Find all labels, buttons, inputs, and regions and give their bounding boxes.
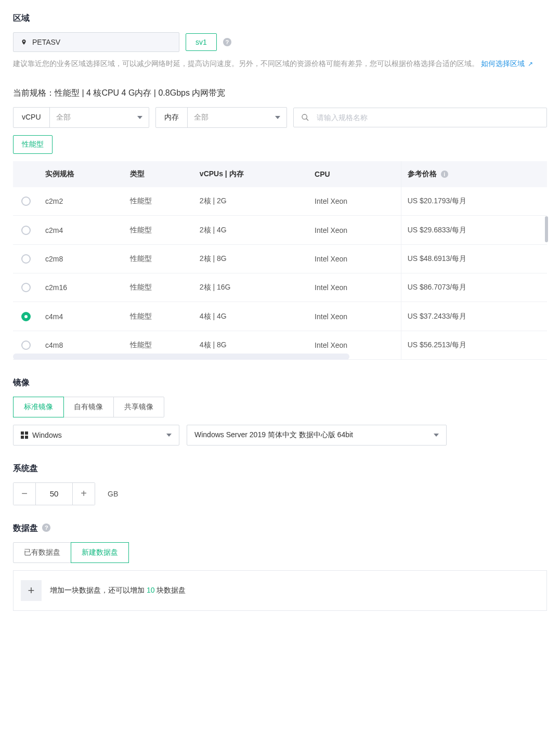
col-name: 实例规格 (39, 161, 124, 187)
spec-summary: 当前规格：性能型 | 4 核CPU 4 G内存 | 0.8Gbps 内网带宽 (13, 88, 547, 99)
spec-search-input[interactable] (317, 113, 539, 122)
cell-cpu: Intel Xeon (308, 187, 401, 216)
region-hint: 建议靠近您的业务区域选择区域，可以减少网络时延，提高访问速度。另外，不同区域的资… (13, 57, 547, 70)
cell-type: 性能型 (124, 216, 193, 244)
data-disk-title: 数据盘 ? (13, 523, 547, 534)
caret-down-icon (166, 434, 172, 437)
location-pin-icon (21, 38, 27, 46)
cell-cpu: Intel Xeon (308, 244, 401, 273)
system-disk-unit: GB (108, 490, 118, 498)
region-selected-value: PETASV (32, 38, 60, 46)
data-disk-tab[interactable]: 已有数据盘 (14, 543, 71, 562)
cell-price: US $37.2433/每月 (401, 302, 547, 331)
col-price: 参考价格 i (401, 161, 547, 187)
radio-button[interactable] (21, 341, 31, 350)
help-icon[interactable]: ? (42, 523, 50, 532)
system-disk-stepper: − + (13, 482, 95, 505)
spec-table-wrap: 实例规格 类型 vCPUs | 内存 CPU 参考价格 i c2m2性能型2核 … (13, 161, 547, 360)
spec-row[interactable]: c2m8性能型2核 | 8GIntel XeonUS $48.6913/每月 (13, 244, 547, 273)
external-link-icon: ↗ (528, 60, 533, 68)
cell-name: c2m16 (39, 273, 124, 302)
cell-type: 性能型 (124, 187, 193, 216)
cell-vcpu-mem: 2核 | 16G (193, 273, 308, 302)
data-disk-tabs: 已有数据盘新建数据盘 (13, 542, 129, 563)
cell-type: 性能型 (124, 273, 193, 302)
decrement-button[interactable]: − (14, 483, 35, 505)
col-cpu: CPU (308, 161, 401, 187)
image-tab[interactable]: 共享镜像 (114, 397, 164, 417)
spec-row[interactable]: c4m4性能型4核 | 4GIntel XeonUS $37.2433/每月 (13, 302, 547, 331)
caret-down-icon (137, 116, 142, 119)
cell-cpu: Intel Xeon (308, 216, 401, 244)
vcpu-filter[interactable]: vCPU 全部 (13, 107, 149, 128)
add-disk-text: 增加一块数据盘，还可以增加 10 块数据盘 (50, 586, 186, 595)
memory-filter[interactable]: 内存 全部 (155, 107, 287, 128)
region-title: 区域 (13, 13, 547, 24)
data-disk-tab[interactable]: 新建数据盘 (71, 542, 129, 563)
spec-row[interactable]: c2m4性能型2核 | 4GIntel XeonUS $29.6833/每月 (13, 216, 547, 244)
add-disk-button[interactable]: + (21, 580, 42, 601)
cell-price: US $29.6833/每月 (401, 216, 547, 244)
help-icon[interactable]: ? (223, 38, 231, 46)
image-tabs: 标准镜像自有镜像共享镜像 (13, 397, 164, 417)
image-tab[interactable]: 标准镜像 (13, 397, 64, 417)
vertical-scrollbar[interactable] (545, 216, 548, 242)
region-selector[interactable]: PETASV (13, 32, 179, 52)
radio-button[interactable] (21, 197, 31, 206)
cell-name: c2m4 (39, 216, 124, 244)
spec-type-tab[interactable]: 性能型 (13, 135, 53, 154)
info-icon[interactable]: i (441, 171, 448, 178)
cell-price: US $20.1793/每月 (401, 187, 547, 216)
cell-vcpu-mem: 2核 | 4G (193, 216, 308, 244)
cell-name: c2m8 (39, 244, 124, 273)
spec-search-box[interactable] (293, 108, 547, 127)
radio-button[interactable] (21, 254, 31, 264)
caret-down-icon (275, 116, 280, 119)
radio-button[interactable] (21, 312, 31, 321)
image-title: 镜像 (13, 377, 547, 388)
image-tab[interactable]: 自有镜像 (63, 397, 114, 417)
spec-row[interactable]: c2m2性能型2核 | 2GIntel XeonUS $20.1793/每月 (13, 187, 547, 216)
svg-line-1 (306, 119, 308, 121)
os-version-select[interactable]: Windows Server 2019 简体中文 数据中心版 64bit (187, 425, 447, 446)
search-icon (301, 113, 309, 122)
windows-icon (21, 431, 28, 439)
radio-button[interactable] (21, 226, 31, 235)
radio-button[interactable] (21, 283, 31, 292)
col-vcpu-mem: vCPUs | 内存 (193, 161, 308, 187)
cell-name: c2m2 (39, 187, 124, 216)
cell-name: c4m4 (39, 302, 124, 331)
system-disk-title: 系统盘 (13, 463, 547, 474)
spec-row[interactable]: c2m16性能型2核 | 16GIntel XeonUS $86.7073/每月 (13, 273, 547, 302)
cell-price: US $48.6913/每月 (401, 244, 547, 273)
spec-table: 实例规格 类型 vCPUs | 内存 CPU 参考价格 i c2m2性能型2核 … (13, 161, 547, 360)
cell-type: 性能型 (124, 244, 193, 273)
add-disk-box: + 增加一块数据盘，还可以增加 10 块数据盘 (13, 570, 547, 611)
zone-tag[interactable]: sv1 (186, 33, 217, 51)
cell-price: US $56.2513/每月 (401, 331, 547, 359)
cell-price: US $86.7073/每月 (401, 273, 547, 302)
caret-down-icon (434, 434, 439, 437)
cell-vcpu-mem: 2核 | 2G (193, 187, 308, 216)
cell-type: 性能型 (124, 302, 193, 331)
cell-vcpu-mem: 4核 | 4G (193, 302, 308, 331)
increment-button[interactable]: + (73, 483, 95, 505)
cell-cpu: Intel Xeon (308, 302, 401, 331)
col-type: 类型 (124, 161, 193, 187)
cell-vcpu-mem: 2核 | 8G (193, 244, 308, 273)
os-select[interactable]: Windows (13, 425, 179, 446)
region-help-link[interactable]: 如何选择区域 ↗ (481, 59, 533, 68)
svg-point-0 (302, 114, 307, 119)
horizontal-scrollbar[interactable] (13, 354, 349, 360)
cell-cpu: Intel Xeon (308, 273, 401, 302)
system-disk-size-input[interactable] (35, 483, 73, 505)
